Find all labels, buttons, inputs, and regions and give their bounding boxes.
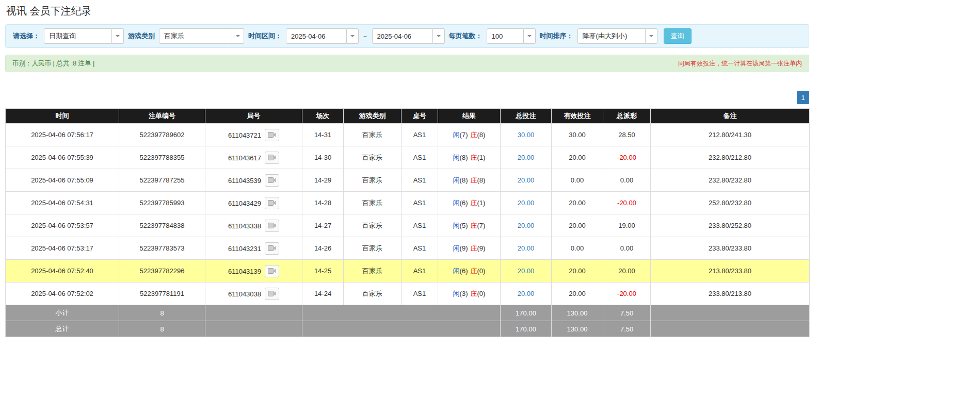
remark-cell: 212.80/241.30 (651, 124, 810, 146)
banker-result-label: 庄 (471, 199, 477, 207)
video-replay-button[interactable] (265, 242, 279, 255)
header-session: 场次 (302, 109, 344, 124)
date-to-select[interactable]: 2025-04-06 (372, 28, 445, 44)
remark-cell: 233.80/252.80 (651, 214, 810, 237)
player-result-score: (6) (460, 199, 468, 207)
game-type-cell: 百家乐 (344, 146, 401, 169)
date-from-select[interactable]: 2025-04-06 (286, 28, 359, 44)
search-button[interactable]: 查询 (664, 28, 692, 44)
video-replay-button[interactable] (265, 220, 279, 232)
total-total-bet: 170.00 (501, 321, 552, 337)
player-result-score: (3) (460, 290, 468, 297)
video-replay-button[interactable] (265, 174, 279, 187)
table-row: 2025-04-06 07:53:17 522397783573 6110432… (6, 237, 810, 260)
total-payout: 7.50 (603, 321, 651, 337)
header-remark: 备注 (651, 109, 810, 124)
total-bet-link[interactable]: 20.00 (518, 290, 535, 297)
header-time: 时间 (6, 109, 119, 124)
remark-cell: 233.80/233.80 (651, 237, 810, 260)
payout-cell: 0.00 (603, 237, 651, 260)
range-tilde: ~ (363, 32, 368, 40)
date-from-dropdown-button[interactable] (347, 28, 359, 44)
player-result-score: (7) (460, 131, 468, 139)
video-replay-button[interactable] (265, 265, 279, 277)
video-icon (268, 177, 276, 184)
total-bet-cell: 20.00 (501, 237, 552, 260)
table-no-cell: AS1 (401, 169, 438, 192)
game-type-select[interactable]: 百家乐 (159, 28, 244, 44)
table-no-cell: AS1 (401, 124, 438, 146)
date-to-dropdown-button[interactable] (433, 28, 445, 44)
video-replay-button[interactable] (265, 197, 279, 209)
time-cell: 2025-04-06 07:53:17 (6, 237, 119, 260)
player-result-label: 闲 (453, 131, 460, 139)
session-cell: 14-30 (302, 146, 344, 169)
page-1-button[interactable]: 1 (797, 91, 809, 104)
banker-result-label: 庄 (471, 176, 477, 184)
table-row: 2025-04-06 07:52:40 522397782296 6110431… (6, 260, 810, 282)
chevron-down-icon (350, 35, 355, 37)
total-bet-link[interactable]: 20.00 (518, 154, 535, 161)
time-cell: 2025-04-06 07:52:40 (6, 260, 119, 282)
player-result-label: 闲 (453, 154, 460, 161)
banker-result-score: (0) (477, 290, 486, 297)
round-id-cell: 611043721 (205, 124, 302, 146)
table-row: 2025-04-06 07:53:57 522397784838 6110433… (6, 214, 810, 237)
table-row: 2025-04-06 07:52:02 522397781191 6110430… (6, 282, 810, 305)
bet-id-cell: 522397781191 (119, 282, 205, 305)
total-bet-link[interactable]: 20.00 (518, 267, 535, 275)
records-table: 时间 注单编号 局号 场次 游戏类别 桌号 结果 总投注 有效投注 总派彩 备注… (5, 108, 810, 337)
total-bet-link[interactable]: 20.00 (518, 244, 535, 252)
video-icon (268, 154, 276, 161)
video-replay-button[interactable] (265, 152, 279, 164)
table-no-cell: AS1 (401, 237, 438, 260)
table-no-cell: AS1 (401, 146, 438, 169)
remark-cell: 232.80/212.80 (651, 146, 810, 169)
valid-bet-cell: 0.00 (552, 169, 603, 192)
banker-result-label: 庄 (471, 290, 477, 297)
total-bet-cell: 30.00 (501, 124, 552, 146)
chevron-down-icon (527, 35, 532, 37)
total-bet-link[interactable]: 20.00 (518, 222, 535, 229)
game-type-dropdown-button[interactable] (232, 28, 244, 44)
total-bet-link[interactable]: 30.00 (518, 131, 535, 139)
round-id: 611043617 (228, 154, 261, 161)
select-label: 请选择： (13, 31, 40, 41)
player-result-score: (8) (460, 176, 468, 184)
sort-order-select[interactable]: 降幂(由大到小) (577, 28, 657, 44)
total-bet-link[interactable]: 20.00 (518, 176, 535, 184)
query-type-select[interactable]: 日期查询 (44, 28, 124, 44)
query-type-dropdown-button[interactable] (112, 28, 124, 44)
remark-cell: 213.80/233.80 (651, 260, 810, 282)
game-type-cell: 百家乐 (344, 169, 401, 192)
table-no-cell: AS1 (401, 282, 438, 305)
round-id-cell: 611043038 (205, 282, 302, 305)
round-id-cell: 611043539 (205, 169, 302, 192)
header-game-type: 游戏类别 (344, 109, 401, 124)
total-bet-link[interactable]: 20.00 (518, 199, 535, 207)
payout-cell: 20.00 (603, 260, 651, 282)
result-cell: 闲(6)庄(0) (438, 260, 501, 282)
video-icon (268, 131, 276, 138)
per-page-label: 每页笔数： (449, 31, 483, 41)
sort-order-dropdown-button[interactable] (646, 28, 657, 44)
per-page-dropdown-button[interactable] (524, 28, 536, 44)
time-range-label: 时间区间： (248, 31, 282, 41)
payout-cell: 28.50 (603, 124, 651, 146)
player-result-label: 闲 (453, 267, 460, 275)
video-replay-button[interactable] (265, 288, 279, 300)
bet-id-cell: 522397788355 (119, 146, 205, 169)
table-no-cell: AS1 (401, 260, 438, 282)
per-page-value: 100 (487, 28, 524, 44)
video-replay-button[interactable] (265, 129, 279, 141)
total-bet-cell: 20.00 (501, 260, 552, 282)
per-page-select[interactable]: 100 (487, 28, 536, 44)
header-table-no: 桌号 (401, 109, 438, 124)
table-row: 2025-04-06 07:56:17 522397789602 6110437… (6, 124, 810, 146)
player-result-label: 闲 (453, 176, 460, 184)
round-id: 611043539 (228, 176, 261, 184)
payout-cell: 19.00 (603, 214, 651, 237)
chevron-down-icon (236, 35, 240, 37)
page: 视讯 会员下注纪录 请选择： 日期查询 游戏类别 百家乐 时间区间： 2025-… (0, 0, 980, 337)
bet-id-cell: 522397789602 (119, 124, 205, 146)
